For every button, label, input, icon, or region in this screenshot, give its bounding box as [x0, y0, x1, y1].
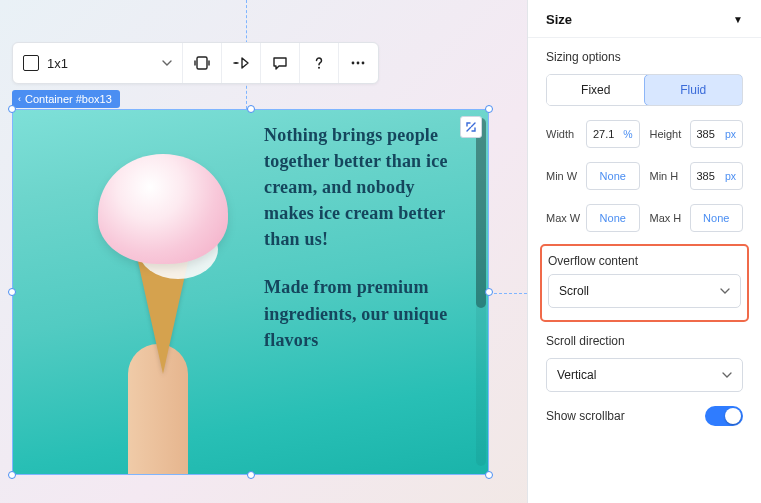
- width-input[interactable]: 27.1 %: [586, 120, 640, 148]
- element-tag-label: Container #box13: [25, 93, 112, 105]
- width-value: 27.1: [593, 128, 614, 140]
- chevron-left-icon: ‹: [18, 95, 21, 104]
- chevron-down-icon: [162, 60, 172, 66]
- selected-container[interactable]: Nothing brings people together better th…: [12, 109, 489, 475]
- resize-handle-bm[interactable]: [247, 471, 255, 479]
- caret-down-icon: ▼: [733, 14, 743, 25]
- chevron-down-icon: [720, 288, 730, 294]
- properties-panel: Size ▼ Sizing options Fixed Fluid Width …: [527, 0, 761, 503]
- svg-point-1: [235, 62, 237, 64]
- minw-input[interactable]: None: [586, 162, 640, 190]
- scrolldir-select[interactable]: Vertical: [546, 358, 743, 392]
- element-toolbar: 1x1: [12, 42, 379, 84]
- svg-rect-0: [197, 57, 207, 69]
- overflow-label: Overflow content: [548, 254, 741, 268]
- sizing-fixed-button[interactable]: Fixed: [547, 75, 645, 105]
- width-label: Width: [546, 128, 582, 140]
- chevron-down-icon: [722, 372, 732, 378]
- animation-button[interactable]: [222, 43, 261, 83]
- svg-point-2: [318, 67, 320, 69]
- show-scrollbar-label: Show scrollbar: [546, 409, 625, 423]
- minw-value: None: [600, 170, 626, 182]
- sizing-options-label: Sizing options: [546, 50, 743, 64]
- panel-header-label: Size: [546, 12, 572, 27]
- element-tag[interactable]: ‹ Container #box13: [12, 90, 120, 108]
- height-input[interactable]: 385 px: [690, 120, 744, 148]
- maxh-value: None: [703, 212, 729, 224]
- more-button[interactable]: [339, 43, 378, 83]
- height-label: Height: [650, 128, 686, 140]
- maxw-input[interactable]: None: [586, 204, 640, 232]
- svg-point-4: [357, 62, 360, 65]
- expand-button[interactable]: [460, 116, 482, 138]
- overflow-highlight: Overflow content Scroll: [540, 244, 749, 322]
- svg-point-3: [352, 62, 355, 65]
- scrollbar-thumb[interactable]: [476, 118, 486, 308]
- resize-handle-tm[interactable]: [247, 105, 255, 113]
- resize-handle-ml[interactable]: [8, 288, 16, 296]
- minh-unit[interactable]: px: [725, 170, 736, 182]
- ice-cream-image: [83, 144, 243, 474]
- square-icon: [23, 55, 39, 71]
- stretch-button[interactable]: [183, 43, 222, 83]
- aspect-ratio-select[interactable]: 1x1: [13, 43, 183, 83]
- show-scrollbar-toggle[interactable]: [705, 406, 743, 426]
- minw-label: Min W: [546, 170, 582, 182]
- resize-handle-tl[interactable]: [8, 105, 16, 113]
- minh-value: 385: [697, 170, 715, 182]
- resize-handle-br[interactable]: [485, 471, 493, 479]
- resize-handle-bl[interactable]: [8, 471, 16, 479]
- sizing-segmented-control: Fixed Fluid: [546, 74, 743, 106]
- width-unit[interactable]: %: [623, 128, 632, 140]
- help-button[interactable]: [300, 43, 339, 83]
- overflow-select[interactable]: Scroll: [548, 274, 741, 308]
- paragraph-1: Nothing brings people together better th…: [264, 122, 464, 252]
- height-unit[interactable]: px: [725, 128, 736, 140]
- height-value: 385: [697, 128, 715, 140]
- sizing-fluid-button[interactable]: Fluid: [644, 74, 744, 106]
- body-text: Nothing brings people together better th…: [264, 122, 464, 353]
- resize-handle-tr[interactable]: [485, 105, 493, 113]
- overflow-value: Scroll: [559, 284, 589, 298]
- svg-point-5: [362, 62, 365, 65]
- paragraph-2: Made from premium ingredients, our uniqu…: [264, 274, 464, 352]
- canvas: 1x1 ‹ Container #box1: [0, 0, 527, 503]
- maxw-label: Max W: [546, 212, 582, 224]
- maxh-input[interactable]: None: [690, 204, 744, 232]
- comment-button[interactable]: [261, 43, 300, 83]
- guide-horizontal: [489, 293, 527, 294]
- scrolldir-value: Vertical: [557, 368, 596, 382]
- maxh-label: Max H: [650, 212, 686, 224]
- panel-header-size[interactable]: Size ▼: [528, 0, 761, 38]
- aspect-ratio-label: 1x1: [47, 56, 68, 71]
- scrolldir-label: Scroll direction: [546, 334, 743, 348]
- container-content: Nothing brings people together better th…: [13, 110, 488, 474]
- minh-label: Min H: [650, 170, 686, 182]
- minh-input[interactable]: 385 px: [690, 162, 744, 190]
- resize-handle-mr[interactable]: [485, 288, 493, 296]
- toggle-knob: [725, 408, 741, 424]
- maxw-value: None: [600, 212, 626, 224]
